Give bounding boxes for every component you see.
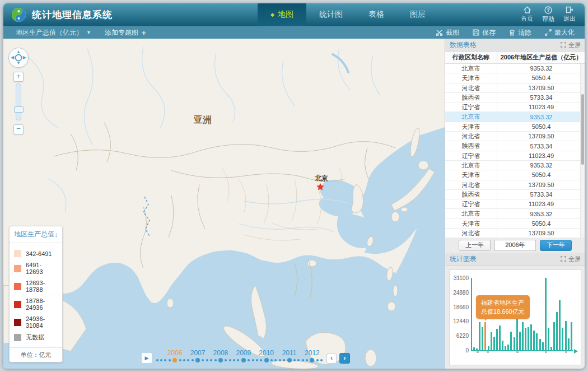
chart-bar[interactable] [559,300,561,350]
chart-bar[interactable] [491,332,492,350]
timeline-year-2011[interactable]: 2011 [287,358,292,362]
indicator-dropdown[interactable]: 地区生产总值（亿元） ▼ [9,28,98,38]
timeline-tick-dot [306,359,308,361]
chart-bar[interactable] [488,346,489,350]
table-scrollbar-thumb[interactable] [581,94,584,165]
timeline-play-button[interactable]: ▶ [141,352,152,364]
pan-left-icon[interactable]: ◀ [11,55,14,60]
table-row[interactable]: 辽宁省11023.49 [445,103,585,112]
map-basemap[interactable]: 亚洲 北京 [3,39,445,369]
table-row[interactable]: 陕西省5733.34 [445,93,585,103]
chart-bar[interactable] [550,347,552,350]
chart-bar[interactable] [528,327,529,350]
pan-center-icon[interactable] [15,54,22,62]
tab-charts[interactable]: 统计图 [306,3,356,26]
chart-bar[interactable] [536,333,538,350]
table-fullscreen-button[interactable]: 全屏 [561,41,581,49]
home-button[interactable]: 首页 [521,6,533,23]
timeline-next-button[interactable]: › [339,353,350,364]
chart-bar[interactable] [571,322,572,350]
table-row[interactable]: 天津市5050.4 [445,122,585,132]
chart-bar[interactable] [562,328,563,350]
zoom-out-button[interactable]: − [13,124,24,134]
table-row[interactable]: 河北省13709.50 [445,132,585,141]
table-row[interactable]: 河北省13709.50 [445,83,585,93]
zoom-slider-thumb[interactable] [14,106,24,113]
table-row[interactable]: 陕西省5733.34 [445,190,585,199]
chart-bar[interactable] [556,312,558,350]
timeline-year-2006[interactable]: 2006 [172,358,177,362]
gdp-value-cell: 9353.32 [497,211,585,217]
screenshot-button[interactable]: 截图 [429,28,466,38]
map-pan-control[interactable]: ▲ ▼ ◀ ▶ [8,48,29,68]
save-button[interactable]: 保存 [466,28,502,38]
table-row[interactable]: 辽宁省11023.49 [445,151,585,161]
table-row[interactable]: 天津市5050.4 [445,219,585,229]
clear-button[interactable]: 清除 [502,28,538,38]
tab-table[interactable]: 表格 [356,3,397,26]
prev-year-button[interactable]: 上一年 [459,240,491,251]
table-row[interactable]: 河北省13709.50 [445,229,585,238]
table-row[interactable]: 北京市9353.32 [445,64,585,73]
timeline-prev-button[interactable]: ‹ [326,354,337,364]
pan-right-icon[interactable]: ▶ [23,55,26,60]
chart-bar[interactable] [514,337,515,350]
collapse-arrow-icon[interactable]: ↓ [54,231,58,239]
chart-bar[interactable] [496,329,498,350]
chart-bar[interactable] [502,341,503,350]
timeline-year-2009[interactable]: 2009 [241,358,246,362]
legend-swatch [14,265,21,272]
timeline-year-2010[interactable]: 2010 [264,358,269,362]
timeline-year-2008[interactable]: 2008 [218,358,223,362]
chart-bar[interactable] [530,324,532,350]
table-row[interactable]: 天津市5050.4 [445,170,585,180]
timeline-tick-dot [169,359,171,361]
chart-bar[interactable] [539,339,541,350]
maximize-button[interactable]: 最大化 [538,28,581,38]
chart-bar[interactable] [568,338,570,350]
x-axis-tick-mark [545,351,547,353]
chart-bar[interactable] [476,348,478,350]
chart-bar[interactable] [522,322,524,350]
chart-bar[interactable] [499,326,501,350]
table-row[interactable]: 北京市9353.32 [445,161,585,170]
chart-bar[interactable] [525,328,526,350]
table-row[interactable]: 北京市9353.32 [445,112,585,122]
chart-bar-highlighted[interactable] [484,322,486,350]
table-row[interactable]: 陕西省5733.34 [445,141,585,151]
chart-bar[interactable] [505,346,506,350]
chart-bar[interactable] [548,328,549,350]
zoom-in-button[interactable]: + [13,72,24,82]
chart-bar[interactable] [542,342,544,350]
tab-layers[interactable]: 图层 [397,3,438,26]
next-year-button[interactable]: 下一年 [540,240,572,251]
current-year-box[interactable]: 2006年 [494,240,536,251]
chart-bar[interactable] [473,347,475,350]
zoom-slider[interactable] [16,83,21,120]
tab-map[interactable]: ◆地图 [258,3,306,26]
map[interactable]: 亚洲 北京 ▲ ▼ ◀ ▶ + − [3,39,445,369]
chart-fullscreen-button[interactable]: 全屏 [561,255,581,263]
chart-bar[interactable] [482,327,483,350]
chart-bar[interactable] [533,331,535,350]
chart-bar[interactable] [479,322,480,350]
table-scrollbar[interactable] [580,64,585,238]
table-row[interactable]: 辽宁省11023.49 [445,199,585,209]
chart-bar[interactable] [510,332,512,350]
add-theme-button[interactable]: 添加专题图 + [98,28,153,38]
chart-bar[interactable] [545,278,547,350]
table-row[interactable]: 北京市9353.32 [445,209,585,218]
chart-bar[interactable] [519,332,521,350]
help-button[interactable]: ?帮助 [542,6,554,24]
gdp-value-cell: 9353.32 [497,114,585,120]
chart-bar[interactable] [553,322,555,350]
timeline-year-2012[interactable]: 2012 [310,358,314,362]
table-row[interactable]: 河北省13709.50 [445,180,585,190]
pan-down-icon[interactable]: ▼ [16,61,21,66]
chart-bar[interactable] [507,345,509,350]
chart-bar[interactable] [565,321,567,350]
table-row[interactable]: 天津市5050.4 [445,73,585,83]
timeline-year-2007[interactable]: 2007 [195,358,200,362]
logout-button[interactable]: 退出 [563,6,576,23]
chart-bar[interactable] [493,337,495,350]
